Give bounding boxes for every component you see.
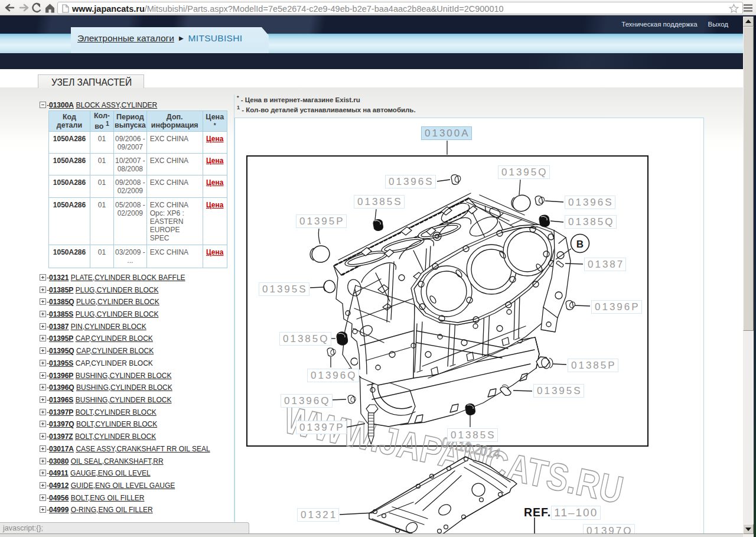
svg-text:B: B [576, 239, 584, 250]
